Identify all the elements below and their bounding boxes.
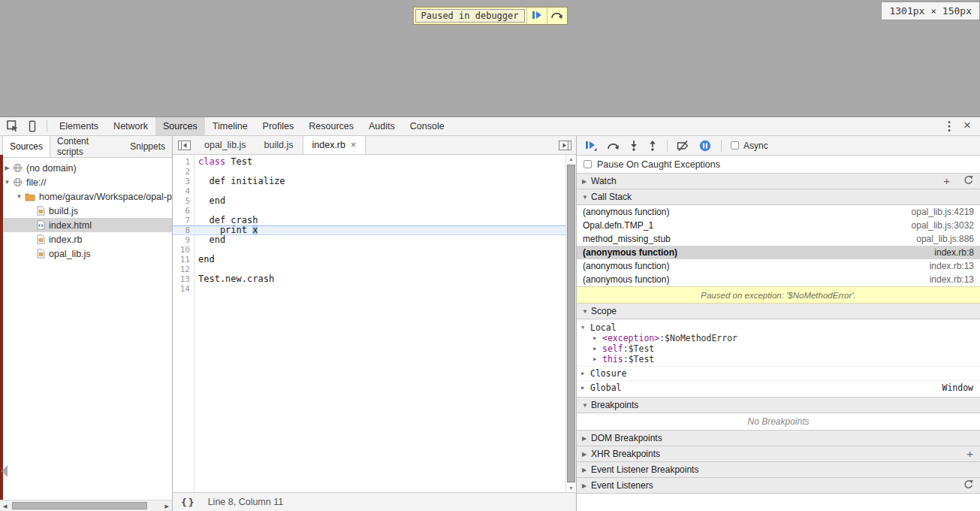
execution-line[interactable]: 8 print x bbox=[173, 225, 565, 235]
editor-tab-opal-lib-js[interactable]: opal_lib.js bbox=[195, 136, 255, 154]
scope-row-closure[interactable]: ▶Closure bbox=[577, 366, 980, 379]
tree-item-home-gaurav-workspace-opal-pl[interactable]: ▼home/gaurav/Workspace/opal-pl bbox=[0, 189, 172, 204]
overlay-scrollbar[interactable] bbox=[0, 155, 3, 500]
line-number[interactable]: 4 bbox=[173, 186, 194, 196]
tree-item-file-[interactable]: ▼file:// bbox=[0, 175, 172, 189]
step-over-button-banner[interactable] bbox=[547, 8, 567, 24]
tree-item--no-domain-[interactable]: ▶(no domain) bbox=[0, 161, 172, 175]
refresh-icon[interactable] bbox=[963, 479, 973, 491]
line-number[interactable]: 13 bbox=[173, 274, 194, 284]
line-number[interactable]: 3 bbox=[173, 177, 194, 186]
navigator-tab-snippets[interactable]: Snippets bbox=[123, 136, 172, 157]
add-icon[interactable]: + bbox=[966, 449, 973, 458]
step-into-button[interactable] bbox=[629, 140, 638, 151]
call-stack-frame[interactable]: (anonymous function)opal_lib.js:4219 bbox=[577, 205, 980, 219]
resume-script-button[interactable] bbox=[526, 8, 547, 24]
tab-sources[interactable]: Sources bbox=[155, 117, 205, 135]
scope-row--exception-[interactable]: ▶<exception>: $NoMethodError bbox=[577, 333, 980, 343]
call-stack-frame[interactable]: (anonymous function)index.rb:13 bbox=[577, 273, 980, 286]
code-line[interactable]: 10 bbox=[173, 245, 565, 255]
refresh-watch-icon[interactable] bbox=[963, 175, 973, 187]
expanded-arrow-icon[interactable]: ▼ bbox=[581, 322, 590, 333]
line-number[interactable]: 11 bbox=[173, 255, 194, 265]
code-line[interactable]: 11end bbox=[173, 255, 565, 265]
line-number[interactable]: 12 bbox=[173, 265, 194, 274]
close-tab-icon[interactable]: × bbox=[351, 140, 356, 150]
code-line[interactable]: 1class Test bbox=[173, 157, 565, 167]
scope-row-local[interactable]: ▼Local bbox=[577, 322, 980, 333]
tree-item-index-html[interactable]: index.html bbox=[0, 218, 172, 232]
tab-timeline[interactable]: Timeline bbox=[205, 117, 255, 135]
navigator-tab-sources[interactable]: Sources bbox=[2, 136, 50, 157]
step-over-button[interactable] bbox=[607, 141, 620, 150]
editor-tab-index-rb[interactable]: index.rb× bbox=[303, 136, 366, 154]
collapsed-arrow-icon[interactable]: ▶ bbox=[593, 343, 602, 354]
source-code-area[interactable]: 1class Test23 def initialize45 end67 def… bbox=[173, 155, 576, 492]
tree-item-index-rb[interactable]: index.rb bbox=[0, 232, 172, 246]
call-stack-frame[interactable]: (anonymous function)index.rb:8 bbox=[577, 246, 980, 259]
code-line[interactable]: 4 bbox=[173, 186, 565, 196]
call-stack-frame[interactable]: (anonymous function)index.rb:13 bbox=[577, 259, 980, 273]
navigator-tab-content-scripts[interactable]: Content scripts bbox=[50, 136, 123, 157]
vertical-scroll-thumb[interactable] bbox=[567, 165, 575, 482]
add-watch-icon[interactable]: + bbox=[943, 177, 950, 186]
line-number[interactable]: 10 bbox=[173, 245, 194, 255]
collapsed-arrow-icon[interactable]: ▶ bbox=[581, 368, 590, 379]
scroll-up-icon[interactable]: ▲ bbox=[566, 156, 576, 162]
overflow-menu-icon[interactable] bbox=[939, 117, 959, 135]
tree-item-opal-lib-js[interactable]: opal_lib.js bbox=[0, 246, 172, 261]
resume-button[interactable] bbox=[585, 141, 597, 151]
inspect-element-icon[interactable] bbox=[3, 117, 23, 135]
call-stack-frame[interactable]: method_missing_stubopal_lib.js:886 bbox=[577, 232, 980, 246]
collapsed-arrow-icon[interactable]: ▶ bbox=[593, 333, 602, 343]
watch-section-header[interactable]: ▶ Watch + bbox=[577, 174, 980, 189]
event-listener-breakpoints-section-header[interactable]: ▶Event Listener Breakpoints bbox=[577, 462, 980, 478]
expanded-arrow-icon[interactable]: ▼ bbox=[15, 193, 23, 200]
code-line[interactable]: 3 def initialize bbox=[173, 177, 565, 186]
async-checkbox[interactable] bbox=[731, 141, 739, 150]
pause-on-caught-checkbox[interactable] bbox=[583, 160, 592, 168]
editor-tab-build-js[interactable]: build.js bbox=[255, 136, 303, 154]
code-line[interactable]: 9 end bbox=[173, 235, 565, 245]
line-number[interactable]: 6 bbox=[173, 206, 194, 216]
scroll-right-icon[interactable]: ▶ bbox=[165, 501, 169, 511]
collapsed-arrow-icon[interactable]: ▶ bbox=[581, 382, 590, 393]
line-number[interactable]: 9 bbox=[173, 235, 194, 245]
scope-row-this[interactable]: ▶this: $Test bbox=[577, 354, 980, 364]
tab-profiles[interactable]: Profiles bbox=[255, 117, 302, 135]
editor-vertical-scrollbar[interactable]: ▲ ▼ bbox=[565, 155, 576, 492]
line-number[interactable]: 5 bbox=[173, 196, 194, 206]
step-out-button[interactable] bbox=[648, 140, 657, 151]
line-number[interactable]: 7 bbox=[173, 216, 194, 225]
dom-breakpoints-section-header[interactable]: ▶DOM Breakpoints bbox=[577, 431, 980, 446]
tab-elements[interactable]: Elements bbox=[52, 117, 106, 135]
event-listeners-section-header[interactable]: ▶Event Listeners bbox=[577, 478, 980, 494]
line-number[interactable]: 2 bbox=[173, 167, 194, 177]
tab-network[interactable]: Network bbox=[106, 117, 155, 135]
scope-row-self[interactable]: ▶self: $Test bbox=[577, 343, 980, 354]
call-stack-section-header[interactable]: ▼ Call Stack bbox=[577, 189, 980, 205]
breakpoints-section-header[interactable]: ▼ Breakpoints bbox=[577, 398, 980, 413]
hide-navigator-icon[interactable] bbox=[173, 136, 195, 154]
scroll-down-icon[interactable]: ▼ bbox=[566, 485, 576, 491]
code-line[interactable]: 5 end bbox=[173, 196, 565, 206]
pause-on-exceptions-button[interactable] bbox=[699, 140, 711, 152]
call-stack-frame[interactable]: Opal.defn.TMP_1opal_lib.js:3032 bbox=[577, 219, 980, 232]
code-line[interactable]: 13Test.new.crash bbox=[173, 274, 565, 284]
scope-section-header[interactable]: ▼ Scope bbox=[577, 304, 980, 319]
pretty-print-icon[interactable]: {} bbox=[181, 497, 196, 508]
show-debugger-sidebar-icon[interactable] bbox=[553, 136, 576, 154]
scope-row-global[interactable]: ▶GlobalWindow bbox=[577, 380, 980, 393]
tree-item-build-js[interactable]: build.js bbox=[0, 204, 172, 218]
tab-console[interactable]: Console bbox=[403, 117, 452, 135]
tab-audits[interactable]: Audits bbox=[361, 117, 403, 135]
close-devtools-icon[interactable]: × bbox=[959, 118, 980, 135]
tab-resources[interactable]: Resources bbox=[301, 117, 361, 135]
scroll-left-icon[interactable]: ◀ bbox=[3, 501, 7, 511]
code-line[interactable]: 14 bbox=[173, 284, 565, 294]
horizontal-scroll-thumb[interactable] bbox=[12, 502, 147, 509]
collapsed-arrow-icon[interactable]: ▶ bbox=[593, 354, 602, 364]
navigator-horizontal-scrollbar[interactable]: ◀ ▶ bbox=[0, 500, 172, 511]
collapsed-arrow-icon[interactable]: ▶ bbox=[3, 165, 11, 171]
deactivate-breakpoints-button[interactable] bbox=[677, 141, 689, 151]
